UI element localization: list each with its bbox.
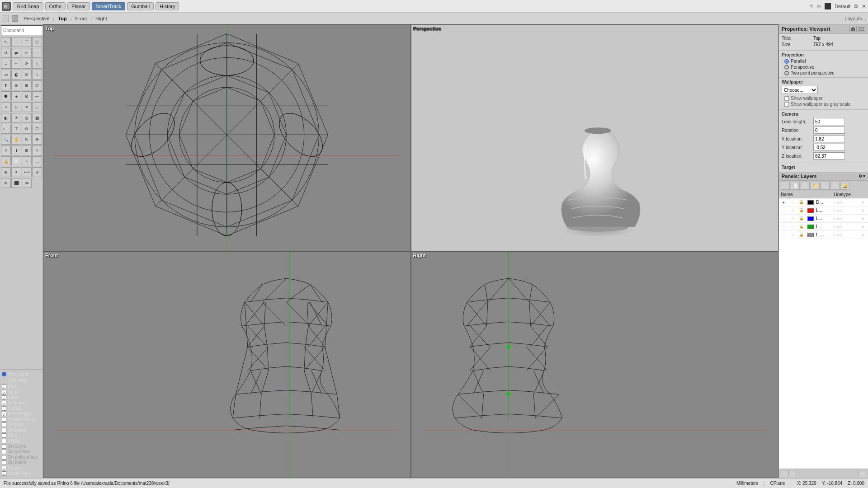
- curve-tool[interactable]: ⌒: [22, 37, 32, 47]
- z-location-input[interactable]: [813, 152, 845, 160]
- snap-onsurface-cb[interactable]: [2, 450, 6, 454]
- obj-snap-tool[interactable]: ⊕: [1, 167, 11, 177]
- loft-tool[interactable]: ⬕: [11, 70, 21, 80]
- viewport-top[interactable]: Top: [43, 24, 411, 251]
- material-tool[interactable]: ◎: [22, 113, 32, 123]
- draft-tool[interactable]: ▷: [11, 102, 21, 112]
- obj-manager-tool[interactable]: ⊛: [1, 178, 11, 188]
- planar-button[interactable]: Planar: [67, 2, 90, 10]
- script-tool[interactable]: >: [32, 145, 42, 155]
- deform-tool[interactable]: ⌀: [32, 167, 42, 177]
- analyze-tool[interactable]: ⌖: [1, 102, 11, 112]
- layer-lock-icon-3[interactable]: 🔓: [797, 223, 806, 231]
- select-tool[interactable]: ↖: [1, 37, 11, 47]
- extend-tool[interactable]: →: [32, 48, 42, 58]
- boolean-tool[interactable]: ⊕: [11, 80, 21, 90]
- layer-row-1[interactable]: ☆ ◎ 🔓 L... Conti... ▶: [779, 206, 868, 215]
- snap-smarttrack-cb[interactable]: [2, 471, 6, 476]
- layer-tool[interactable]: ≡: [1, 145, 11, 155]
- layout-view-icon[interactable]: [858, 26, 865, 32]
- layer-row-3[interactable]: ☆ ◎ 🔓 L... Conti... ▶: [779, 223, 868, 231]
- command-input[interactable]: [1, 25, 43, 35]
- gumball-button[interactable]: Gumball: [127, 2, 154, 10]
- layer-more-1[interactable]: ▶: [859, 206, 868, 215]
- layer-lock-icon-4[interactable]: 🔓: [797, 231, 806, 239]
- props-tool[interactable]: ℹ: [11, 145, 21, 155]
- extrude-tool[interactable]: ⬆: [1, 80, 11, 90]
- revolve-tool[interactable]: ⊙: [22, 70, 32, 80]
- split-tool[interactable]: |: [32, 59, 42, 69]
- tab-perspective[interactable]: Perspective: [21, 15, 52, 22]
- zebra-tool[interactable]: ≡: [22, 102, 32, 112]
- snap-onpolysurface-cb[interactable]: [2, 455, 6, 460]
- light-tool[interactable]: ☀: [11, 113, 21, 123]
- viewport-perspective[interactable]: Perspective: [411, 24, 779, 251]
- pan-tool[interactable]: ✋: [11, 135, 21, 145]
- tab-top[interactable]: Top: [55, 15, 69, 22]
- render-tool[interactable]: ◐: [1, 113, 11, 123]
- snap-onmesh-cb[interactable]: [2, 460, 6, 465]
- layouts-button[interactable]: Layouts...: [844, 16, 866, 21]
- tab-front[interactable]: Front: [73, 15, 90, 22]
- layers-plus-btn[interactable]: +: [781, 470, 789, 477]
- smart-track-button[interactable]: SmartTrack: [92, 2, 125, 10]
- wallpaper-select[interactable]: Choose...: [782, 86, 818, 94]
- block-tool[interactable]: ⊞: [22, 145, 32, 155]
- camera-icon[interactable]: [849, 26, 857, 32]
- snap-perp-cb[interactable]: [2, 417, 6, 422]
- show-wallpaper-cb[interactable]: [784, 96, 789, 101]
- layer-lock-icon-1[interactable]: 🔓: [797, 206, 806, 215]
- viewport-right[interactable]: Right: [411, 251, 779, 478]
- snap-knot-cb[interactable]: [2, 433, 6, 438]
- lens-length-input[interactable]: [813, 118, 845, 125]
- snap-project-cb[interactable]: [2, 466, 6, 470]
- extra-tool[interactable]: ≫: [22, 178, 32, 188]
- warp-tool[interactable]: ⟝: [32, 91, 42, 101]
- surface-tool[interactable]: ▭: [1, 70, 11, 80]
- layer-color-1[interactable]: [806, 206, 815, 215]
- snap-end-cb[interactable]: [2, 385, 6, 389]
- layer-more-2[interactable]: ▶: [859, 215, 868, 223]
- clipping-tool[interactable]: ⊡: [32, 124, 42, 134]
- snap-point-cb[interactable]: [2, 395, 6, 400]
- x-location-input[interactable]: [813, 135, 845, 142]
- layer-bell-btn[interactable]: 🔔: [840, 182, 849, 190]
- layer-row-0[interactable]: ● ◎ 🔓 D... Conti... ▶: [779, 198, 868, 206]
- parallel-radio[interactable]: [784, 59, 789, 64]
- layer-color-4[interactable]: [806, 231, 815, 239]
- named-tool[interactable]: ☆: [22, 156, 32, 166]
- layer-folder-btn[interactable]: 📁: [811, 182, 820, 190]
- point-edit-tool[interactable]: ◈: [11, 91, 21, 101]
- rebuild-tool[interactable]: ⟳: [22, 59, 32, 69]
- window-maximize[interactable]: ⧉: [854, 3, 858, 9]
- layers-settings-icon[interactable]: ⚙: [859, 174, 862, 178]
- zoom-tool[interactable]: 🔍: [1, 135, 11, 145]
- cage-edit-tool[interactable]: ⊠: [22, 91, 32, 101]
- snap-near-cb[interactable]: [2, 390, 6, 394]
- sweep-tool[interactable]: ∿: [32, 70, 42, 80]
- hatch-tool[interactable]: ⊘: [22, 124, 32, 134]
- layer-eye-btn[interactable]: 👁: [830, 182, 840, 190]
- layer-vis-icon-2[interactable]: ◎: [788, 215, 797, 223]
- two-point-radio[interactable]: [784, 71, 789, 75]
- layer-vis-icon[interactable]: ◎: [788, 198, 797, 206]
- snap-midpoint-cb[interactable]: [2, 401, 6, 405]
- layer-row-4[interactable]: ☆ ◎ 🔓 L... Conti... ▶: [779, 231, 868, 239]
- layer-more-4[interactable]: ▶: [859, 231, 868, 239]
- layer-vis-icon-3[interactable]: ◎: [788, 223, 797, 231]
- rotate-tool[interactable]: ↺: [1, 48, 11, 58]
- layer-add-btn[interactable]: +: [781, 182, 790, 190]
- snap-intersection-cb[interactable]: [2, 412, 6, 416]
- ortho-button[interactable]: Ortho: [45, 2, 66, 10]
- snap-center-cb[interactable]: [2, 406, 6, 411]
- layer-vis-icon-4[interactable]: ◎: [788, 231, 797, 239]
- history-button[interactable]: History: [156, 2, 179, 10]
- ground-tool[interactable]: ⬛: [11, 178, 21, 188]
- snap-quadrant-cb[interactable]: [2, 428, 6, 432]
- mirror-tool[interactable]: ⇄: [11, 48, 21, 58]
- more-tool[interactable]: …: [32, 156, 42, 166]
- view-tool[interactable]: 👁: [32, 135, 42, 145]
- offset-tool[interactable]: ⊞: [22, 80, 32, 90]
- pipe-tool[interactable]: ⌬: [32, 80, 42, 90]
- record-button[interactable]: [825, 3, 831, 9]
